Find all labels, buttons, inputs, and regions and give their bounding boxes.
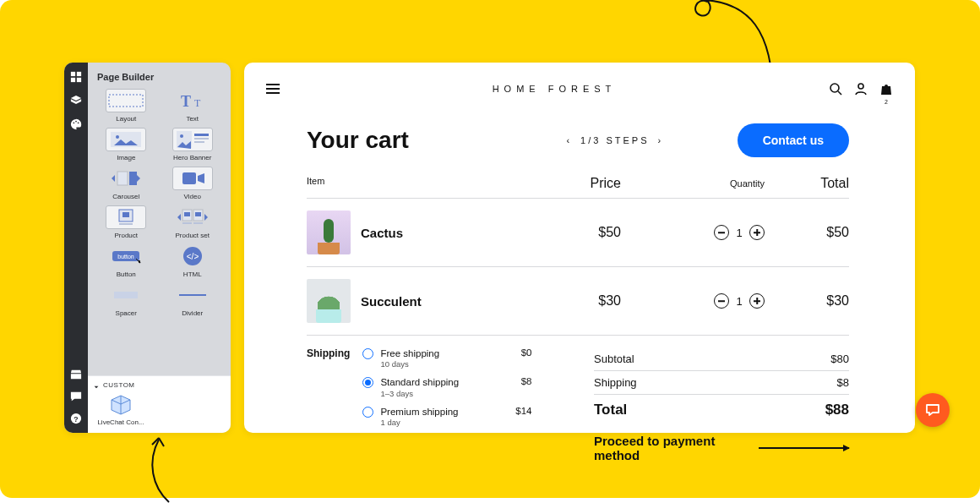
- block-video[interactable]: Video: [160, 167, 226, 200]
- svg-point-15: [180, 134, 183, 138]
- svg-rect-24: [119, 223, 133, 225]
- store-preview: HOME FOREST 2 Your cart ‹ 1/3 STEPS › Co…: [244, 63, 915, 433]
- block-label: Spacer: [116, 309, 137, 317]
- svg-text:?: ?: [74, 415, 78, 424]
- svg-text:T: T: [194, 97, 201, 109]
- qty-increase-button[interactable]: [749, 293, 765, 309]
- block-layout[interactable]: Layout: [93, 89, 160, 123]
- col-total: Total: [765, 176, 849, 191]
- builder-block-list: Page Builder Layout TT Text Image: [88, 63, 231, 433]
- svg-rect-19: [117, 172, 128, 185]
- custom-heading[interactable]: CUSTOM: [88, 375, 231, 392]
- step-next[interactable]: ›: [658, 135, 664, 145]
- block-spacer[interactable]: Spacer: [93, 283, 160, 317]
- cart-table-header: Item Price Quantity Total: [307, 176, 849, 199]
- shipping-option-free[interactable]: Free shipping 10 days $0: [362, 347, 531, 369]
- bag-icon[interactable]: 2: [879, 82, 893, 96]
- qty-value: 1: [736, 295, 743, 308]
- shipping-total-label: Shipping: [594, 376, 637, 389]
- palette-icon[interactable]: [70, 118, 82, 130]
- comment-icon[interactable]: [70, 391, 82, 402]
- qty-decrease-button[interactable]: [714, 293, 729, 309]
- col-item: Item: [307, 176, 536, 191]
- svg-rect-28: [195, 212, 201, 216]
- chat-icon: [925, 402, 940, 418]
- shipping-sub: 1 day: [380, 418, 458, 428]
- help-icon[interactable]: ?: [70, 413, 82, 424]
- svg-point-5: [75, 121, 77, 123]
- block-label: Text: [186, 115, 199, 123]
- qty-increase-button[interactable]: [749, 225, 765, 240]
- block-label: Product: [114, 232, 138, 239]
- shipping-heading: Shipping: [307, 347, 359, 359]
- arrow-annotation-bottom: [135, 436, 186, 503]
- qty-value: 1: [736, 227, 743, 239]
- arrow-right-icon: [759, 447, 849, 449]
- shipping-sub: 1–3 days: [380, 389, 459, 399]
- shipping-option-standard[interactable]: Standard shipping 1–3 days $8: [362, 376, 531, 398]
- shipping-label: Standard shipping: [380, 377, 459, 387]
- svg-text:</>: </>: [187, 252, 199, 261]
- svg-rect-9: [109, 95, 143, 107]
- block-label: HTML: [183, 271, 202, 278]
- block-label: Image: [117, 154, 135, 161]
- canvas: ? Page Builder Layout TT Text: [0, 0, 980, 498]
- block-hero-banner[interactable]: Hero Banner: [160, 128, 226, 161]
- subtotal-value: $80: [830, 353, 849, 365]
- svg-rect-3: [77, 78, 81, 82]
- search-icon[interactable]: [829, 82, 842, 96]
- step-label: 1/3 STEPS: [580, 135, 649, 145]
- shipping-sub: 10 days: [380, 359, 439, 369]
- svg-text:T: T: [181, 93, 191, 110]
- builder-title: Page Builder: [88, 63, 231, 89]
- totals: Subtotal $80 Shipping $8 Total $88 Proce…: [594, 347, 849, 462]
- svg-point-38: [858, 84, 863, 89]
- cart-row: Cactus $50 1 $50: [307, 199, 849, 267]
- shipping-option-premium[interactable]: Premium shipping 1 day $14: [362, 406, 531, 428]
- store-icon[interactable]: [70, 369, 82, 380]
- block-product[interactable]: Product: [93, 205, 160, 239]
- total-value: $88: [825, 402, 849, 418]
- grid-icon[interactable]: [70, 71, 82, 83]
- svg-rect-35: [114, 292, 138, 298]
- block-livechat[interactable]: LiveChat Con...: [88, 392, 147, 433]
- user-icon[interactable]: [854, 82, 868, 96]
- shipping-price: $0: [521, 347, 532, 358]
- page-title: Your cart: [307, 127, 493, 154]
- block-product-set[interactable]: Product set: [160, 205, 226, 239]
- proceed-label: Proceed to payment method: [594, 434, 759, 462]
- shipping-total-value: $8: [837, 376, 849, 389]
- shipping-options: Shipping Free shipping 10 days $0: [307, 347, 543, 462]
- layers-icon[interactable]: [70, 95, 82, 107]
- item-name: Cactus: [361, 226, 403, 240]
- chat-fab[interactable]: [916, 393, 950, 427]
- builder-rail: ?: [64, 63, 88, 433]
- step-prev[interactable]: ‹: [566, 135, 572, 145]
- col-quantity: Quantity: [621, 176, 765, 191]
- item-price: $30: [536, 293, 621, 309]
- block-label: Carousel: [112, 193, 139, 200]
- menu-icon[interactable]: [266, 84, 280, 94]
- svg-rect-23: [122, 212, 129, 217]
- item-thumb-cactus: [307, 210, 351, 254]
- item-total: $30: [765, 293, 849, 309]
- block-html[interactable]: </> HTML: [160, 244, 226, 278]
- item-total: $50: [765, 225, 849, 240]
- subtotal-label: Subtotal: [594, 353, 634, 365]
- svg-rect-30: [193, 222, 203, 224]
- proceed-button[interactable]: Proceed to payment method: [594, 434, 849, 462]
- svg-point-4: [74, 122, 75, 123]
- block-image[interactable]: Image: [93, 128, 160, 161]
- block-text[interactable]: TT Text: [160, 89, 226, 123]
- step-indicator: ‹ 1/3 STEPS ›: [493, 135, 738, 145]
- svg-rect-17: [194, 138, 209, 139]
- block-label: Video: [184, 193, 201, 200]
- contact-us-button[interactable]: Contact us: [738, 123, 849, 157]
- block-carousel[interactable]: Carousel: [93, 167, 160, 200]
- shipping-price: $14: [515, 406, 531, 416]
- block-divider[interactable]: Divider: [160, 283, 226, 317]
- radio-icon: [362, 348, 373, 359]
- block-button[interactable]: button Button: [93, 244, 160, 278]
- svg-rect-1: [77, 72, 81, 76]
- qty-decrease-button[interactable]: [714, 225, 729, 240]
